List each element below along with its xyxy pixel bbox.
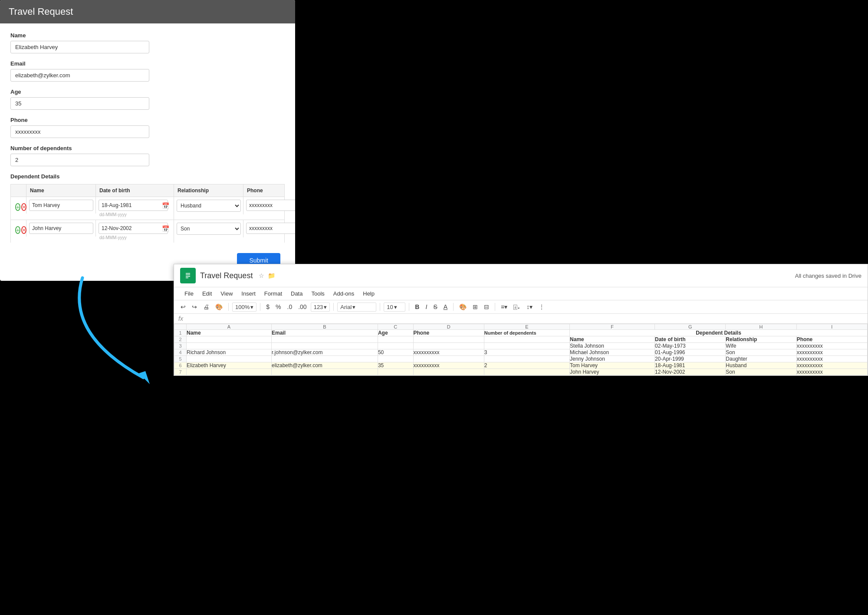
cell-g4[interactable]: 01-Aug-1996: [655, 349, 726, 356]
cell-b2[interactable]: [271, 336, 378, 343]
dep-row-1-dob-input[interactable]: [99, 200, 168, 211]
decimal-more-button[interactable]: .00: [296, 302, 309, 312]
cell-f3[interactable]: Stella Johnson: [570, 343, 655, 349]
align-button[interactable]: ≡▾: [499, 302, 510, 312]
borders-button[interactable]: ⊞: [470, 302, 480, 312]
font-selector[interactable]: Arial ▾: [337, 303, 376, 312]
cell-c1[interactable]: Age: [378, 330, 413, 336]
dep-row-2-remove-btn[interactable]: ×: [21, 226, 26, 234]
cell-d7[interactable]: [413, 369, 484, 375]
col-header-g[interactable]: G: [655, 324, 726, 330]
merge-cells-button[interactable]: ⊟: [482, 302, 491, 312]
cell-g5[interactable]: 20-Apr-1999: [655, 356, 726, 362]
cell-b5[interactable]: [271, 356, 378, 362]
dep-row-1-add-btn[interactable]: +: [15, 203, 20, 211]
cell-f7[interactable]: John Harvey: [570, 369, 655, 375]
menu-edit[interactable]: Edit: [198, 289, 216, 299]
cell-d6[interactable]: xxxxxxxxxx: [413, 362, 484, 369]
font-size-selector[interactable]: 10 ▾: [384, 303, 405, 312]
menu-addons[interactable]: Add-ons: [329, 289, 358, 299]
cell-h4[interactable]: Son: [726, 349, 796, 356]
col-header-c[interactable]: C: [378, 324, 413, 330]
cell-d1[interactable]: Phone: [413, 330, 484, 336]
cell-a4[interactable]: Richard Johnson: [187, 349, 272, 356]
cell-b3[interactable]: [271, 343, 378, 349]
menu-tools[interactable]: Tools: [307, 289, 329, 299]
dep-row-1-name-input[interactable]: [29, 200, 93, 211]
menu-data[interactable]: Data: [286, 289, 307, 299]
cell-e1[interactable]: Number of dependents: [484, 330, 569, 336]
star-icon[interactable]: ☆: [259, 272, 264, 279]
cell-e4[interactable]: 3: [484, 349, 569, 356]
cell-g2[interactable]: Date of birth: [655, 336, 726, 343]
format-123-dropdown[interactable]: 123 ▾: [311, 303, 330, 312]
fill-color-button[interactable]: 🎨: [457, 302, 469, 312]
cell-f5[interactable]: Jenny Johnson: [570, 356, 655, 362]
folder-icon[interactable]: 📁: [268, 272, 275, 279]
sheet-grid[interactable]: A B C D E F G H I 1 Name Email Age: [174, 324, 868, 375]
phone-input[interactable]: [10, 125, 149, 138]
menu-view[interactable]: View: [216, 289, 237, 299]
cell-e5[interactable]: [484, 356, 569, 362]
cell-h7[interactable]: Son: [726, 369, 796, 375]
cell-c4[interactable]: 50: [378, 349, 413, 356]
cell-h3[interactable]: Wife: [726, 343, 796, 349]
cell-f1-merged[interactable]: Dependent Details: [570, 330, 868, 336]
print-button[interactable]: 🖨: [201, 302, 211, 312]
cell-a5[interactable]: [187, 356, 272, 362]
cell-h5[interactable]: Daughter: [726, 356, 796, 362]
col-header-h[interactable]: H: [726, 324, 796, 330]
cell-g6[interactable]: 18-Aug-1981: [655, 362, 726, 369]
dep-row-2-phone-input[interactable]: [246, 223, 295, 234]
cell-b6[interactable]: elizabeth@zylker.com: [271, 362, 378, 369]
col-header-b[interactable]: B: [271, 324, 378, 330]
cell-c5[interactable]: [378, 356, 413, 362]
cell-i4[interactable]: xxxxxxxxxx: [796, 349, 867, 356]
cell-a1[interactable]: Name: [187, 330, 272, 336]
menu-file[interactable]: File: [180, 289, 198, 299]
cell-h2[interactable]: Relationship: [726, 336, 796, 343]
cell-a3[interactable]: [187, 343, 272, 349]
cell-d5[interactable]: [413, 356, 484, 362]
cell-b1[interactable]: Email: [271, 330, 378, 336]
col-header-i[interactable]: I: [796, 324, 867, 330]
col-header-f[interactable]: F: [570, 324, 655, 330]
col-header-d[interactable]: D: [413, 324, 484, 330]
dep-row-1-remove-btn[interactable]: ×: [21, 203, 26, 211]
num-dep-input[interactable]: [10, 154, 149, 166]
menu-format[interactable]: Format: [260, 289, 286, 299]
menu-insert[interactable]: Insert: [237, 289, 260, 299]
currency-button[interactable]: $: [264, 302, 272, 312]
dep-row-1-cal-icon[interactable]: 📅: [162, 202, 169, 209]
cell-d3[interactable]: [413, 343, 484, 349]
cell-c3[interactable]: [378, 343, 413, 349]
underline-button[interactable]: A: [441, 302, 450, 312]
text-rotate-button[interactable]: ↕▾: [524, 302, 535, 312]
cell-a2[interactable]: [187, 336, 272, 343]
cell-e2[interactable]: [484, 336, 569, 343]
cell-i2[interactable]: Phone: [796, 336, 867, 343]
dep-row-2-cal-icon[interactable]: 📅: [162, 225, 169, 232]
cell-e6[interactable]: 2: [484, 362, 569, 369]
paint-format-button[interactable]: 🎨: [213, 302, 225, 312]
cell-d4[interactable]: xxxxxxxxxx: [413, 349, 484, 356]
dep-row-2-name-input[interactable]: [29, 223, 93, 234]
decimal-less-button[interactable]: .0: [285, 302, 295, 312]
more-button[interactable]: ⋮: [536, 302, 547, 312]
percent-button[interactable]: %: [273, 302, 283, 312]
cell-d2[interactable]: [413, 336, 484, 343]
cell-c2[interactable]: [378, 336, 413, 343]
cell-b7[interactable]: [271, 369, 378, 375]
cell-a7[interactable]: [187, 369, 272, 375]
cell-f6[interactable]: Tom Harvey: [570, 362, 655, 369]
cell-f4[interactable]: Michael Johnson: [570, 349, 655, 356]
cell-e3[interactable]: [484, 343, 569, 349]
redo-button[interactable]: ↪: [190, 302, 199, 312]
col-header-e[interactable]: E: [484, 324, 569, 330]
strikethrough-button[interactable]: S: [431, 302, 439, 312]
email-input[interactable]: [10, 69, 149, 82]
cell-h6[interactable]: Husband: [726, 362, 796, 369]
menu-help[interactable]: Help: [358, 289, 379, 299]
cell-i7[interactable]: xxxxxxxxxx: [796, 369, 867, 375]
cell-i6[interactable]: xxxxxxxxxx: [796, 362, 867, 369]
